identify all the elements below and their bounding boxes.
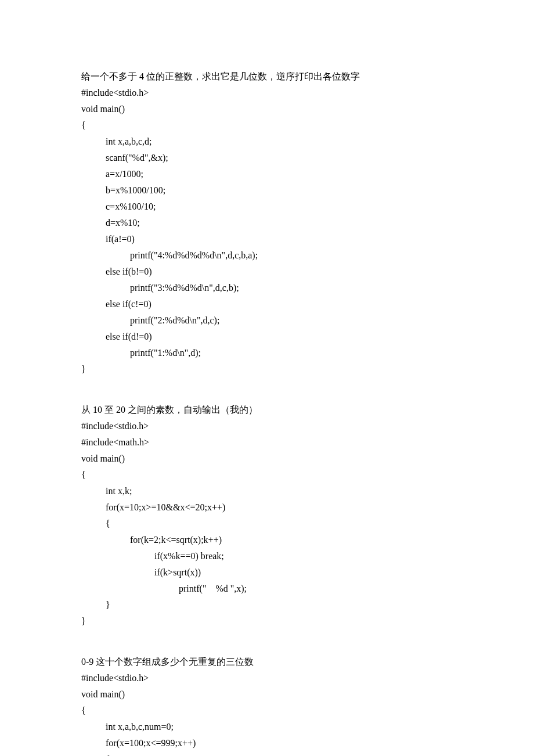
code-line: if(k>sqrt(x)) [81, 564, 453, 581]
code-line: for(x=10;x>=10&&x<=20;x++) [81, 499, 453, 516]
code-line: { [81, 751, 453, 756]
block-3-title: 0-9 这十个数字组成多少个无重复的三位数 [81, 654, 453, 670]
code-line: if(x%k==0) break; [81, 548, 453, 564]
block-2-title: 从 10 至 20 之间的素数，自动输出（我的） [81, 402, 453, 418]
code-line: #include<stdio.h> [81, 670, 453, 686]
code-line: if(a!=0) [81, 231, 453, 247]
code-block-2: 从 10 至 20 之间的素数，自动输出（我的） #include<stdio.… [81, 402, 453, 629]
code-line: void main() [81, 101, 453, 117]
code-line: printf("1:%d\n",d); [81, 345, 453, 361]
block-2-code: #include<stdio.h>#include<math.h>void ma… [81, 418, 453, 629]
code-line: int x,a,b,c,d; [81, 134, 453, 150]
code-line: { [81, 467, 453, 483]
block-1-title: 给一个不多于 4 位的正整数，求出它是几位数，逆序打印出各位数字 [81, 69, 453, 85]
code-line: printf("3:%d%d%d\n",d,c,b); [81, 280, 453, 296]
code-line: for(k=2;k<=sqrt(x);k++) [81, 532, 453, 548]
code-line: { [81, 117, 453, 134]
code-line: printf("2:%d%d\n",d,c); [81, 312, 453, 329]
code-line: a=x/1000; [81, 166, 453, 182]
code-line: } [81, 613, 453, 629]
code-line: else if(c!=0) [81, 296, 453, 312]
code-line: { [81, 703, 453, 719]
document-page: 给一个不多于 4 位的正整数，求出它是几位数，逆序打印出各位数字 #includ… [0, 0, 534, 756]
code-line: else if(b!=0) [81, 264, 453, 280]
code-line: } [81, 361, 453, 377]
block-3-code: #include<stdio.h>void main(){int x,a,b,c… [81, 670, 453, 756]
code-block-3: 0-9 这十个数字组成多少个无重复的三位数 #include<stdio.h>v… [81, 654, 453, 756]
code-line: d=x%10; [81, 215, 453, 231]
code-line: else if(d!=0) [81, 329, 453, 345]
code-line: #include<stdio.h> [81, 418, 453, 434]
code-line: void main() [81, 686, 453, 703]
code-line: for(x=100;x<=999;x++) [81, 735, 453, 751]
block-1-code: #include<stdio.h>void main(){int x,a,b,c… [81, 85, 453, 377]
code-line: #include<stdio.h> [81, 85, 453, 101]
code-line: int x,k; [81, 483, 453, 499]
code-block-1: 给一个不多于 4 位的正整数，求出它是几位数，逆序打印出各位数字 #includ… [81, 69, 453, 377]
code-line: printf(" %d ",x); [81, 581, 453, 597]
code-line: c=x%100/10; [81, 199, 453, 215]
code-line: scanf("%d",&x); [81, 150, 453, 166]
code-line: #include<math.h> [81, 434, 453, 451]
code-line: void main() [81, 451, 453, 467]
code-line: } [81, 597, 453, 613]
code-line: { [81, 516, 453, 532]
code-line: int x,a,b,c,num=0; [81, 719, 453, 735]
code-line: printf("4:%d%d%d%d\n",d,c,b,a); [81, 247, 453, 264]
code-line: b=x%1000/100; [81, 182, 453, 199]
